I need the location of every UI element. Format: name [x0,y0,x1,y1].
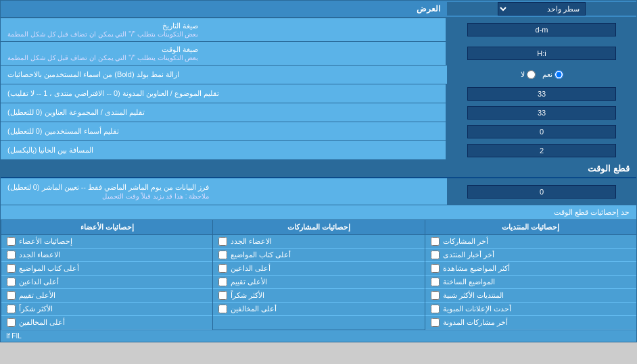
bold-remove-radio-area: نعم لا [447,66,636,84]
users-limit-input[interactable] [467,125,616,138]
bold-yes-label[interactable]: نعم [542,70,563,79]
col1-checkbox-5[interactable] [431,291,440,300]
topics-limit-input[interactable] [467,87,616,101]
col2-header: إحصائيات المشاركات [213,220,424,235]
main-container: العرض سطر واحد سطرين ثلاثة أسطر صيغة الت… [0,0,637,342]
cutoff-section-header: قطع الوقت [1,160,636,178]
list-item: أعلى المخالفين [213,303,424,316]
date-format-label: صيغة التاريخ بعض التكوينات يتطلب "/" الت… [1,18,447,41]
col2-checkbox-6[interactable] [218,305,227,313]
users-limit-input-area [447,122,636,140]
col3-checkbox-4[interactable] [7,278,16,286]
col3-checkbox-2[interactable] [7,251,16,259]
list-item: أعلى المخالفين [1,316,212,330]
gap-label: المسافة بين الخانيا (بالبكسل) [1,141,447,159]
col3-checkbox-6[interactable] [7,305,16,313]
col1-checkbox-2[interactable] [431,251,440,259]
list-item: أعلى كتاب المواضيع [1,262,212,276]
time-format-input[interactable] [467,47,616,60]
list-item: أكثر المواضيع مشاهدة [425,262,636,276]
col3-checkbox-3[interactable] [7,264,16,273]
list-item: المنتديات الأكثر شبية [425,289,636,303]
list-item: الاعضاء الجدد [1,249,212,262]
stats-limit-row: حد إحصائيات قطع الوقت [1,205,636,220]
col1-checkbox-7[interactable] [431,318,440,327]
col1-checkbox-6[interactable] [431,305,440,313]
header-select-area: سطر واحد سطرين ثلاثة أسطر [447,2,636,16]
time-format-input-area [447,42,636,65]
list-item: الأكثر شكراً [1,303,212,316]
stats-limit-label: حد إحصائيات قطع الوقت [554,208,630,217]
footer-text: If FIL [6,332,22,340]
forum-limit-label: تقليم المنتدى / المجموعة العناوين (0 للت… [1,103,447,122]
gap-input[interactable] [467,144,616,157]
users-limit-label: تقليم أسماء المستخدمين (0 للتعطيل) [1,122,447,140]
gap-row: المسافة بين الخانيا (بالبكسل) [1,141,636,160]
col2-checkbox-3[interactable] [218,264,227,273]
list-item: أعلى الداعين [213,262,424,276]
col3-checkbox-7[interactable] [7,318,16,327]
forum-limit-input[interactable] [467,106,616,120]
list-item: أخر أخبار المنتدى [425,249,636,262]
list-item: الأعلى تقييم [1,289,212,303]
list-item: أحدث الإعلانات المبوية [425,303,636,316]
bold-remove-label: ازالة نمط بولد (Bold) من اسماء المستخدمي… [1,66,447,84]
col2-members: إحصائيات المشاركات الاعضاء الجدد أعلى كت… [212,220,424,330]
col1-forums: إحصائيات المنتديات أخر المشاركات أخر أخب… [425,220,636,330]
forum-limit-input-area [447,103,636,122]
date-format-row: صيغة التاريخ بعض التكوينات يتطلب "/" الت… [1,18,636,42]
col3-header: إحصائيات الأعضاء [1,220,212,235]
list-item: أخر مشاركات المدونة [425,316,636,330]
display-select[interactable]: سطر واحد سطرين ثلاثة أسطر [498,2,586,16]
list-item: إحصائيات الأعضاء [1,235,212,249]
stats-grid: إحصائيات المنتديات أخر المشاركات أخر أخب… [1,220,636,330]
cutoff-value-input[interactable] [467,185,616,199]
forum-limit-row: تقليم المنتدى / المجموعة العناوين (0 للت… [1,103,636,122]
footer: If FIL [1,330,636,342]
list-item: المواضيع الساخنة [425,276,636,289]
col3-members-extra: إحصائيات الأعضاء إحصائيات الأعضاء الاعضا… [1,220,212,330]
col1-checkbox-4[interactable] [431,278,440,286]
gap-input-area [447,141,636,159]
bold-yes-radio[interactable] [555,70,563,79]
cutoff-value-input-area [447,178,636,205]
col2-checkbox-1[interactable] [218,237,227,246]
col1-header: إحصائيات المنتديات [425,220,636,235]
list-item: أعلى الداعين [1,276,212,289]
col2-checkbox-2[interactable] [218,251,227,259]
col3-checkbox-5[interactable] [7,291,16,300]
col2-checkbox-5[interactable] [218,291,227,300]
time-format-label: صيغة الوقت بعض التكوينات يتطلب "/" التي … [1,42,447,65]
time-format-row: صيغة الوقت بعض التكوينات يتطلب "/" التي … [1,42,636,66]
bold-remove-row: ازالة نمط بولد (Bold) من اسماء المستخدمي… [1,66,636,84]
list-item: الأكثر شكراً [213,289,424,303]
list-item: الأعلى تقييم [213,276,424,289]
users-limit-row: تقليم أسماء المستخدمين (0 للتعطيل) [1,122,636,141]
topics-limit-row: تقليم الموضوع / العناوين المدونة (0 -- ا… [1,84,636,103]
col3-checkbox-1[interactable] [7,237,16,246]
bold-no-radio[interactable] [527,70,536,79]
col2-checkbox-4[interactable] [218,278,227,286]
date-format-input-area [447,18,636,41]
date-format-input[interactable] [467,23,616,36]
topics-limit-label: تقليم الموضوع / العناوين المدونة (0 -- ا… [1,84,447,103]
header-row: العرض سطر واحد سطرين ثلاثة أسطر [1,1,636,18]
list-item: الاعضاء الجدد [213,235,424,249]
cutoff-value-row: فرز البيانات من يوم الماشر الماضي فقط --… [1,178,636,205]
col1-checkbox-1[interactable] [431,237,440,246]
col1-checkbox-3[interactable] [431,264,440,273]
list-item: أعلى كتاب المواضيع [213,249,424,262]
header-label: العرض [1,1,447,16]
list-item: أخر المشاركات [425,235,636,249]
cutoff-value-label: فرز البيانات من يوم الماشر الماضي فقط --… [1,178,447,205]
bold-no-label[interactable]: لا [521,70,536,79]
topics-limit-input-area [447,84,636,103]
